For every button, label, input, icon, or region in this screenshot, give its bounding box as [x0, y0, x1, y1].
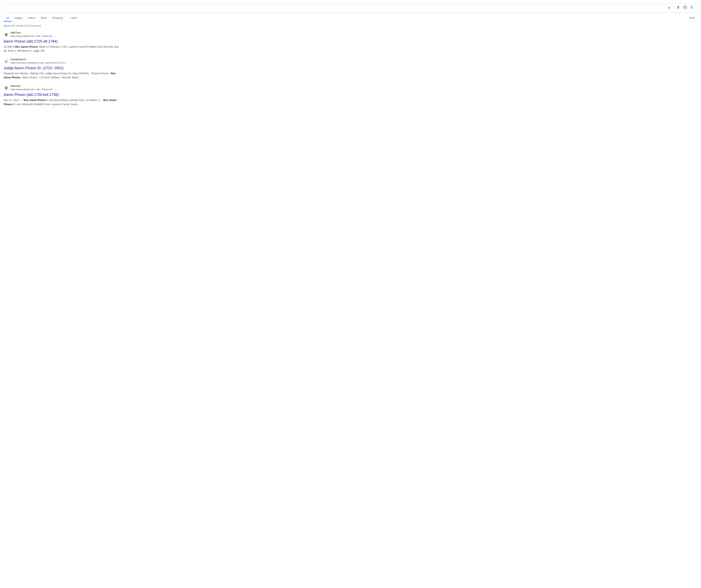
- site-name: FamilySearch: [11, 58, 73, 61]
- result-url: https://www.wikitree.com › wiki › Pinson…: [11, 88, 52, 91]
- tab-news[interactable]: News: [38, 14, 49, 22]
- result-title[interactable]: Judge Aaron Pinson Sr. (1722−1801): [4, 65, 121, 70]
- result-favicon: [4, 59, 9, 64]
- site-name: WikiTree: [11, 84, 57, 87]
- search-bar-container: "rev. aaron pinson" ✕: [0, 0, 701, 12]
- search-icon[interactable]: [690, 5, 694, 10]
- result-url: https://www.wikitree.com › wiki › Pinson…: [11, 35, 52, 37]
- result-menu-dots[interactable]: ⋮: [54, 34, 57, 38]
- lens-icon[interactable]: [683, 5, 687, 10]
- result-source: FamilySearch https://ancestors.familysea…: [4, 58, 121, 65]
- search-bar: "rev. aaron pinson" ✕: [4, 3, 697, 12]
- result-item: 🌳 WikiTree https://www.wikitree.com › wi…: [4, 31, 121, 53]
- tab-all[interactable]: All: [4, 14, 12, 22]
- nav-tabs: All Images Videos News Shopping ⋮ More T…: [0, 14, 701, 22]
- result-menu-dots[interactable]: ⋮: [69, 61, 73, 65]
- result-favicon: 🌳: [4, 85, 9, 90]
- tab-more[interactable]: ⋮ More: [65, 14, 79, 22]
- results-count: About 910 results (0.25 seconds): [4, 24, 121, 27]
- search-input[interactable]: "rev. aaron pinson": [7, 6, 666, 10]
- result-title[interactable]: Aaron Pinson (abt.1725-aft.1794): [4, 39, 121, 44]
- site-name: WikiTree: [11, 31, 57, 34]
- more-dots-icon: ⋮: [68, 16, 71, 19]
- result-item: FamilySearch https://ancestors.familysea…: [4, 58, 121, 79]
- svg-point-1: [684, 6, 685, 7]
- result-url-line: https://www.wikitree.com › wiki › Pinson…: [11, 87, 57, 91]
- result-source-info: WikiTree https://www.wikitree.com › wiki…: [11, 31, 57, 38]
- result-url-line: https://ancestors.familysearch.org › aar…: [11, 61, 73, 65]
- result-source-info: FamilySearch https://ancestors.familysea…: [11, 58, 73, 65]
- result-source: 🌳 WikiTree https://www.wikitree.com › wi…: [4, 84, 121, 91]
- result-menu-dots[interactable]: ⋮: [54, 87, 57, 91]
- microphone-icon[interactable]: [676, 5, 680, 10]
- result-title[interactable]: Aaron Pinson (abt.1700-bef.1758): [4, 92, 121, 97]
- tab-shopping[interactable]: Shopping: [49, 14, 65, 22]
- clear-icon[interactable]: ✕: [668, 6, 671, 10]
- tab-videos[interactable]: Videos: [25, 14, 38, 22]
- result-snippet: Dec 31, 2023 — "Rev, Aaron Pinson 1 and …: [4, 98, 121, 106]
- results-container: About 910 results (0.25 seconds) 🌳 WikiT…: [0, 22, 124, 114]
- result-snippet: Elizabeth Ann Rambo. Siblings (15). Judg…: [4, 71, 121, 79]
- tools-button[interactable]: Tools: [686, 14, 697, 22]
- tab-images[interactable]: Images: [12, 14, 25, 22]
- result-url-line: https://www.wikitree.com › wiki › Pinson…: [11, 34, 57, 38]
- result-source-info: WikiTree https://www.wikitree.com › wiki…: [11, 84, 57, 91]
- search-bar-icons: ✕: [668, 5, 694, 10]
- result-url: https://ancestors.familysearch.org › aar…: [11, 61, 67, 64]
- result-source: 🌳 WikiTree https://www.wikitree.com › wi…: [4, 31, 121, 38]
- result-favicon: 🌳: [4, 32, 9, 37]
- result-item: 🌳 WikiTree https://www.wikitree.com › wi…: [4, 84, 121, 106]
- result-snippet: (2) Will of Rev. Aaron Pinson, dated 21 …: [4, 45, 121, 53]
